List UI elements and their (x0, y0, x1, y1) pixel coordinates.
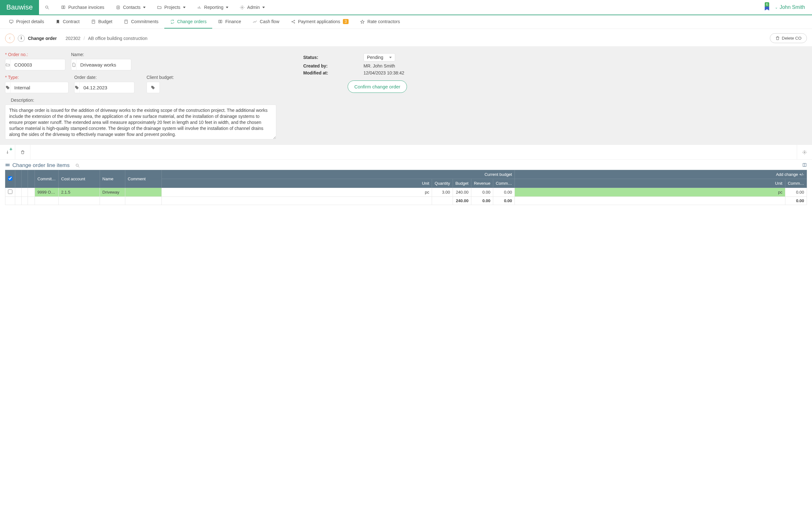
svg-point-0 (46, 6, 48, 8)
cell-revenue[interactable]: 0.00 (471, 188, 493, 197)
th-budget[interactable]: Budget (453, 179, 471, 188)
svg-rect-10 (92, 20, 95, 23)
cell-unit2[interactable]: pc (515, 188, 785, 197)
notification-ribbon[interactable]: 6 (763, 3, 770, 12)
type-select[interactable]: ▾ (5, 82, 68, 93)
nav-admin[interactable]: Admin (234, 0, 270, 15)
tab-commitments[interactable]: Commitments (118, 15, 164, 29)
th-quantity[interactable]: Quantity (432, 179, 453, 188)
tab-label: Cash flow (260, 19, 279, 24)
order-date-input[interactable] (80, 82, 135, 93)
th-comment[interactable]: Comment (125, 170, 161, 188)
calculator-icon (91, 19, 96, 24)
nav-purchase-invoices[interactable]: Purchase invoices (55, 0, 110, 15)
svg-line-30 (78, 166, 80, 167)
back-button[interactable] (5, 34, 14, 43)
info-button[interactable]: i (18, 35, 25, 42)
svg-point-16 (292, 21, 293, 22)
total-comm3: 0.00 (785, 197, 807, 205)
delete-co-button[interactable]: Delete CO (770, 33, 807, 43)
tab-rate-contractors[interactable]: Rate contractors (354, 15, 406, 29)
plus-icon: + (9, 147, 12, 152)
tab-cash-flow[interactable]: Cash flow (247, 15, 285, 29)
order-date-input-wrap (74, 82, 135, 93)
delete-row-button[interactable] (15, 145, 31, 160)
tab-label: Commitments (131, 19, 158, 24)
button-label: Delete CO (782, 36, 802, 41)
table-row[interactable]: 9999 O… 2.1.5 Driveway pc 3.00 240.00 0.… (5, 188, 807, 197)
svg-line-20 (293, 22, 294, 23)
svg-rect-23 (6, 164, 7, 164)
nav-reporting[interactable]: Reporting (191, 0, 235, 15)
th-add-change: Add change +/- (515, 170, 807, 179)
cell-unit[interactable]: pc (161, 188, 432, 197)
th-cost-account[interactable]: Cost account (58, 170, 100, 188)
tab-payment-applications[interactable]: Payment applications 3 (285, 15, 355, 29)
line-items-table: Commit… Cost account Name Comment Curren… (5, 170, 807, 205)
grid-icon (5, 163, 10, 168)
cell-commit[interactable]: 9999 O… (35, 188, 59, 197)
row-checkbox[interactable] (8, 189, 12, 194)
cell-quantity[interactable]: 3.00 (432, 188, 453, 197)
th-blank1 (15, 170, 21, 188)
name-input-wrap (71, 59, 131, 70)
tag-icon (5, 82, 10, 93)
tab-label: Budget (98, 19, 112, 24)
th-comm3[interactable]: Comm… (785, 179, 807, 188)
description-textarea[interactable] (5, 105, 276, 139)
th-unit[interactable]: Unit (161, 179, 432, 188)
breadcrumb-project-name: AB office building construction (88, 36, 147, 41)
th-unit2[interactable]: Unit (515, 179, 785, 188)
th-comm2[interactable]: Comm… (493, 179, 514, 188)
tab-budget[interactable]: Budget (85, 15, 118, 29)
add-row-button[interactable]: + (0, 145, 15, 160)
th-commit[interactable]: Commit… (35, 170, 59, 188)
created-label: Created by: (303, 63, 363, 68)
name-label: Name: (71, 52, 131, 57)
svg-point-17 (294, 20, 295, 21)
user-menu[interactable]: ⌄ John Smith (775, 4, 805, 10)
type-value (10, 82, 68, 93)
nav-projects[interactable]: Projects (151, 0, 191, 15)
th-select-all[interactable] (5, 170, 15, 188)
nav-contacts[interactable]: Contacts (110, 0, 151, 15)
caret-icon (183, 7, 186, 8)
select-all-checkbox[interactable] (8, 176, 12, 181)
cell-name[interactable]: Driveway (100, 188, 125, 197)
tab-finance[interactable]: Finance (212, 15, 247, 29)
search-icon[interactable] (75, 163, 80, 168)
brand-logo[interactable]: Bauwise (0, 0, 39, 15)
confirm-change-order-button[interactable]: Confirm change order (348, 80, 407, 93)
breadcrumb-project-no: 202302 (66, 36, 81, 41)
cell-comm2[interactable]: 0.00 (493, 188, 514, 197)
status-select[interactable]: Pending (363, 53, 395, 61)
table-title-row: Change order line items (0, 160, 812, 170)
share-icon (291, 19, 296, 24)
nav-label: Purchase invoices (68, 5, 104, 10)
name-input[interactable] (77, 59, 131, 70)
table-settings-button[interactable] (797, 145, 812, 160)
tab-project-details[interactable]: Project details (3, 15, 50, 29)
description-label: Description: (11, 98, 294, 103)
tab-change-orders[interactable]: Change orders (164, 15, 212, 29)
cell-budget[interactable]: 240.00 (453, 188, 471, 197)
svg-point-7 (242, 7, 243, 8)
cell-cost-account[interactable]: 2.1.5 (58, 188, 100, 197)
th-current-budget: Current budget (161, 170, 514, 179)
caret-icon (226, 7, 229, 8)
th-revenue[interactable]: Revenue (471, 179, 493, 188)
svg-point-18 (294, 22, 295, 23)
folder-icon (157, 5, 162, 10)
cell-comm3[interactable]: 0.00 (785, 188, 807, 197)
nav-label: Contacts (123, 5, 141, 10)
column-toggle-button[interactable] (802, 163, 807, 168)
tab-contract[interactable]: Contract (50, 15, 85, 29)
tag-icon (147, 82, 159, 93)
nav-search[interactable] (39, 0, 55, 15)
order-no-input[interactable] (10, 59, 65, 70)
cell-comment[interactable] (125, 188, 161, 197)
th-name[interactable]: Name (100, 170, 125, 188)
order-no-label: * Order no.: (5, 52, 65, 57)
chart-icon (197, 5, 202, 10)
notification-count: 6 (765, 2, 769, 7)
